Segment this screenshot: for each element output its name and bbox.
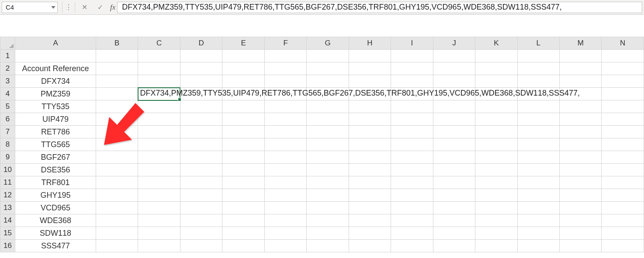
cell-K3[interactable] [475,75,517,88]
cell-A6[interactable]: UIP479 [15,113,96,126]
cell-N10[interactable] [602,164,644,176]
cell-A1[interactable] [15,50,96,62]
cell-F2[interactable] [264,62,306,75]
cell-E12[interactable] [222,189,264,202]
col-header-C[interactable]: C [138,37,180,50]
formula-bar-ellipsis-icon[interactable]: ⋮ [62,2,75,13]
cell-D13[interactable] [180,202,222,214]
cell-D7[interactable] [180,126,222,138]
cell-F11[interactable] [264,176,306,189]
cell-K9[interactable] [475,151,517,164]
col-header-J[interactable]: J [433,37,475,50]
cell-A15[interactable]: SDW118 [15,227,96,240]
cell-C7[interactable] [138,126,180,138]
cell-G16[interactable] [307,240,349,252]
cell-I13[interactable] [391,202,433,214]
row-header-9[interactable]: 9 [0,151,15,164]
cell-C11[interactable] [138,176,180,189]
cell-F6[interactable] [264,113,306,126]
cell-D16[interactable] [180,240,222,252]
enter-formula-button[interactable]: ✓ [93,2,107,13]
col-header-G[interactable]: G [307,37,349,50]
cell-J11[interactable] [433,176,475,189]
row-header-1[interactable]: 1 [0,50,15,62]
cell-I12[interactable] [391,189,433,202]
cell-I3[interactable] [391,75,433,88]
cell-C2[interactable] [138,62,180,75]
row-header-7[interactable]: 7 [0,126,15,138]
cell-C10[interactable] [138,164,180,176]
row-header-8[interactable]: 8 [0,138,15,151]
cell-J3[interactable] [433,75,475,88]
cell-G3[interactable] [307,75,349,88]
row-header-11[interactable]: 11 [0,176,15,189]
cell-J15[interactable] [433,227,475,240]
cell-F16[interactable] [264,240,306,252]
cell-K5[interactable] [475,100,517,113]
cell-L14[interactable] [517,214,559,227]
cell-H9[interactable] [349,151,391,164]
cell-C15[interactable] [138,227,180,240]
cell-E9[interactable] [222,151,264,164]
cell-M11[interactable] [560,176,602,189]
cell-L16[interactable] [517,240,559,252]
cell-K11[interactable] [475,176,517,189]
cell-K14[interactable] [475,214,517,227]
cell-N3[interactable] [602,75,644,88]
cell-H6[interactable] [349,113,391,126]
cell-L4[interactable] [517,88,559,100]
cell-K7[interactable] [475,126,517,138]
cell-C13[interactable] [138,202,180,214]
cell-L10[interactable] [517,164,559,176]
cell-C5[interactable] [138,100,180,113]
cell-J5[interactable] [433,100,475,113]
cell-F13[interactable] [264,202,306,214]
cell-J1[interactable] [433,50,475,62]
cell-G11[interactable] [307,176,349,189]
cell-L7[interactable] [517,126,559,138]
cell-H16[interactable] [349,240,391,252]
cell-J6[interactable] [433,113,475,126]
cell-B6[interactable] [96,113,138,126]
cell-M8[interactable] [560,138,602,151]
cell-J10[interactable] [433,164,475,176]
col-header-M[interactable]: M [560,37,602,50]
cell-B11[interactable] [96,176,138,189]
cell-M14[interactable] [560,214,602,227]
cell-L12[interactable] [517,189,559,202]
fx-icon[interactable]: fx [110,3,115,12]
cell-C1[interactable] [138,50,180,62]
cell-K1[interactable] [475,50,517,62]
col-header-B[interactable]: B [96,37,138,50]
cell-J9[interactable] [433,151,475,164]
cell-F15[interactable] [264,227,306,240]
cell-N1[interactable] [602,50,644,62]
row-header-10[interactable]: 10 [0,164,15,176]
name-box[interactable]: C4 [2,2,58,13]
cell-M4[interactable] [560,88,602,100]
cell-A7[interactable]: RET786 [15,126,96,138]
cell-B3[interactable] [96,75,138,88]
row-header-4[interactable]: 4 [0,88,15,100]
cell-A11[interactable]: TRF801 [15,176,96,189]
cell-J2[interactable] [433,62,475,75]
col-header-L[interactable]: L [517,37,559,50]
cell-C12[interactable] [138,189,180,202]
cell-B12[interactable] [96,189,138,202]
cell-C14[interactable] [138,214,180,227]
cell-B14[interactable] [96,214,138,227]
row-header-12[interactable]: 12 [0,189,15,202]
cell-K16[interactable] [475,240,517,252]
cell-K8[interactable] [475,138,517,151]
cell-L13[interactable] [517,202,559,214]
cell-D12[interactable] [180,189,222,202]
cell-I14[interactable] [391,214,433,227]
col-header-A[interactable]: A [15,37,96,50]
cell-B13[interactable] [96,202,138,214]
cell-A9[interactable]: BGF267 [15,151,96,164]
cell-F5[interactable] [264,100,306,113]
cell-H5[interactable] [349,100,391,113]
cell-E11[interactable] [222,176,264,189]
cell-J16[interactable] [433,240,475,252]
select-all-corner[interactable] [0,37,15,50]
